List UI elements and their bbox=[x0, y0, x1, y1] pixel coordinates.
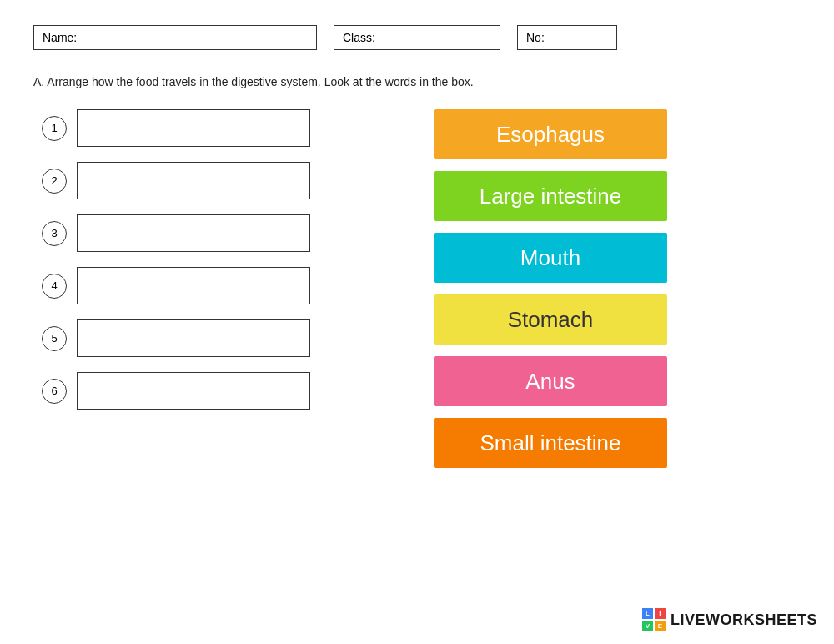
logo-box-v: V bbox=[642, 621, 653, 631]
word-box-esophagus[interactable]: Esophagus bbox=[434, 109, 667, 159]
class-field[interactable]: Class: bbox=[334, 25, 500, 50]
no-label: No: bbox=[526, 31, 545, 44]
word-box-small-intestine[interactable]: Small intestine bbox=[434, 418, 667, 468]
word-box-large-intestine[interactable]: Large intestine bbox=[434, 171, 667, 221]
liveworksheets-logo: L I V E LIVEWORKSHEETS bbox=[642, 608, 817, 631]
circle-4: 4 bbox=[42, 274, 67, 299]
answer-box-5[interactable] bbox=[77, 319, 310, 357]
logo-box-i: I bbox=[655, 608, 666, 619]
logo-text: LIVEWORKSHEETS bbox=[671, 611, 817, 629]
no-field[interactable]: No: bbox=[517, 25, 617, 50]
circle-6: 6 bbox=[42, 379, 67, 404]
class-label: Class: bbox=[343, 31, 375, 44]
logo-color-boxes: L I V E bbox=[642, 608, 666, 631]
row-3: 3 bbox=[42, 214, 384, 252]
header-row: Name: Class: No: bbox=[33, 25, 801, 50]
row-5: 5 bbox=[42, 319, 384, 357]
row-4: 4 bbox=[42, 267, 384, 304]
instruction-text: A. Arrange how the food travels in the d… bbox=[33, 75, 801, 88]
row-2: 2 bbox=[42, 162, 384, 199]
circle-3: 3 bbox=[42, 221, 67, 246]
page: Name: Class: No: A. Arrange how the food… bbox=[0, 0, 834, 644]
answer-box-3[interactable] bbox=[77, 214, 310, 252]
logo-box-e: E bbox=[655, 621, 666, 631]
name-field[interactable]: Name: bbox=[33, 25, 317, 50]
row-6: 6 bbox=[42, 372, 384, 410]
answer-box-6[interactable] bbox=[77, 372, 310, 410]
word-box-anus[interactable]: Anus bbox=[434, 356, 667, 406]
logo-box-l: L bbox=[642, 608, 653, 619]
word-box-stomach[interactable]: Stomach bbox=[434, 294, 667, 345]
left-section: 1 2 3 4 5 6 bbox=[33, 109, 384, 468]
circle-2: 2 bbox=[42, 169, 67, 194]
answer-box-2[interactable] bbox=[77, 162, 310, 199]
name-label: Name: bbox=[43, 31, 77, 44]
main-content: 1 2 3 4 5 6 bbox=[33, 109, 801, 468]
row-1: 1 bbox=[42, 109, 384, 147]
right-section: Esophagus Large intestine Mouth Stomach … bbox=[384, 109, 801, 468]
circle-1: 1 bbox=[42, 116, 67, 141]
circle-5: 5 bbox=[42, 326, 67, 351]
answer-box-1[interactable] bbox=[77, 109, 310, 147]
answer-box-4[interactable] bbox=[77, 267, 310, 304]
word-box-mouth[interactable]: Mouth bbox=[434, 233, 667, 283]
